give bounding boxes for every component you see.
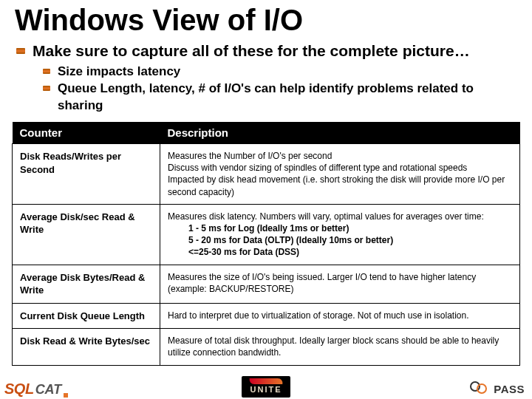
footer: SQL CAT UNITE PASS <box>0 368 532 398</box>
sqlcat-cat: CAT <box>35 382 62 398</box>
pass-rings-icon <box>470 381 489 396</box>
cell-description: Hard to interpret due to virtualization … <box>160 303 520 329</box>
bullet-list: Make sure to capture all of these for th… <box>12 41 520 115</box>
unite-text: UNITE <box>250 385 282 394</box>
table-row: Average Disk Bytes/Read & Write Measures… <box>13 265 520 303</box>
bullet-main: Make sure to capture all of these for th… <box>33 41 520 115</box>
th-description: Description <box>160 122 520 144</box>
cell-description: Measures the Number of I/O's per second … <box>160 144 520 205</box>
cell-counter: Disk Read & Write Bytes/sec <box>13 329 160 365</box>
desc-line: Discuss with vendor sizing of spindles o… <box>168 163 467 173</box>
sqlcat-dot-icon <box>64 393 68 398</box>
cell-counter: Average Disk Bytes/Read & Write <box>13 265 160 303</box>
table-row: Disk Read & Write Bytes/sec Measure of t… <box>13 329 520 365</box>
unite-swoosh-icon <box>248 378 283 384</box>
slide: Windows View of I/O Make sure to capture… <box>0 0 532 399</box>
desc-intro: Measures disk latency. Numbers will vary… <box>168 211 484 222</box>
cell-description: Measure of total disk throughput. Ideall… <box>160 329 520 365</box>
unite-box: UNITE <box>242 376 290 398</box>
sqlcat-logo: SQL CAT <box>4 381 68 398</box>
bullet-sub-item: Size impacts latency <box>58 64 520 81</box>
table-row: Current Disk Queue Length Hard to interp… <box>13 303 520 329</box>
pass-text: PASS <box>494 383 525 395</box>
bullet-sub-list: Size impacts latency Queue Length, laten… <box>33 64 520 115</box>
cell-description: Measures disk latency. Numbers will vary… <box>160 204 520 265</box>
sqlcat-sql: SQL <box>4 381 34 398</box>
cell-counter: Current Disk Queue Length <box>13 303 160 329</box>
unite-logo: UNITE <box>242 376 290 398</box>
desc-line: Impacted by disk head movement (i.e. sho… <box>168 174 505 197</box>
desc-line: Measures the Number of I/O's per second <box>168 151 332 161</box>
cell-counter: Average Disk/sec Read & Write <box>13 204 160 265</box>
desc-sub-line: 5 - 20 ms for Data (OLTP) (Ideally 10ms … <box>188 235 393 245</box>
table-header-row: Counter Description <box>13 122 520 144</box>
cell-description: Measures the size of I/O's being issued.… <box>160 265 520 303</box>
table-row: Disk Reads/Writes per Second Measures th… <box>13 144 520 205</box>
th-counter: Counter <box>13 122 160 144</box>
slide-title: Windows View of I/O <box>15 4 520 35</box>
counter-table: Counter Description Disk Reads/Writes pe… <box>12 122 520 366</box>
desc-sub-line: 1 - 5 ms for Log (Ideally 1ms or better) <box>188 223 349 233</box>
bullet-main-text: Make sure to capture all of these for th… <box>33 42 470 59</box>
desc-sub-line: <=25-30 ms for Data (DSS) <box>188 247 299 257</box>
bullet-sub-item: Queue Length, latency, # of I/O's can he… <box>58 81 520 115</box>
pass-logo: PASS <box>470 381 525 396</box>
cell-counter: Disk Reads/Writes per Second <box>13 144 160 205</box>
table-row: Average Disk/sec Read & Write Measures d… <box>13 204 520 265</box>
